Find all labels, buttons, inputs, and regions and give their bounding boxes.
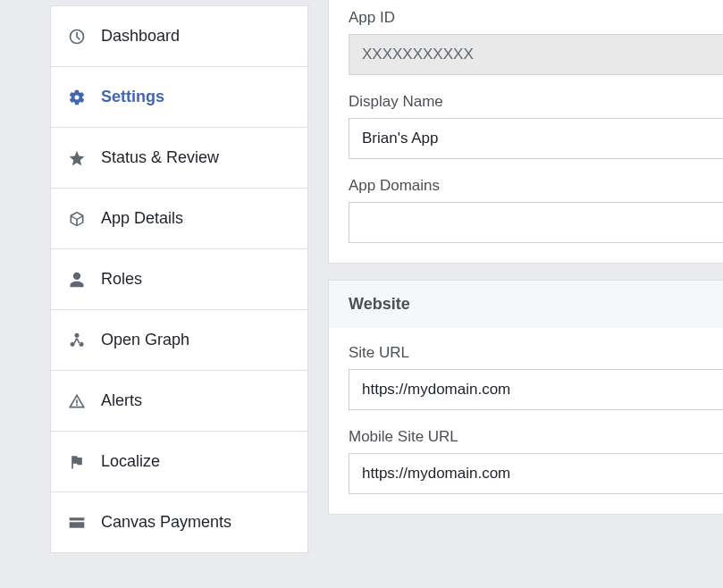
site-url-label: Site URL [349, 344, 723, 362]
sidebar-item-app-details[interactable]: App Details [51, 188, 307, 248]
sidebar-item-alerts[interactable]: Alerts [51, 370, 307, 431]
basic-settings-panel: App ID Display Name App Domains [328, 0, 723, 264]
star-icon [67, 148, 87, 168]
sidebar-item-label: Status & Review [101, 148, 219, 167]
display-name-label: Display Name [349, 93, 723, 111]
sidebar-item-localize[interactable]: Localize [51, 431, 307, 491]
cube-icon [67, 209, 87, 229]
app-domains-field[interactable] [349, 202, 723, 243]
form-group-app-domains: App Domains [349, 177, 723, 243]
sidebar-item-label: Localize [101, 452, 160, 471]
flag-icon [67, 452, 87, 472]
credit-card-icon [67, 513, 87, 533]
mobile-site-url-label: Mobile Site URL [349, 428, 723, 446]
person-icon [67, 270, 87, 290]
form-group-mobile-site-url: Mobile Site URL [349, 428, 723, 494]
website-panel: Site URL Mobile Site URL [328, 328, 723, 515]
sidebar-item-roles[interactable]: Roles [51, 248, 307, 309]
sidebar-item-canvas-payments[interactable]: Canvas Payments [51, 491, 307, 552]
mobile-site-url-field[interactable] [349, 453, 723, 494]
sidebar-item-label: Dashboard [101, 27, 180, 46]
alert-icon [67, 391, 87, 411]
graph-icon [67, 331, 87, 350]
sidebar-item-label: Roles [101, 270, 142, 289]
gear-icon [67, 88, 87, 107]
sidebar-item-label: Alerts [101, 391, 142, 410]
sidebar-item-label: Open Graph [101, 331, 189, 349]
display-name-field[interactable] [349, 118, 723, 159]
form-group-display-name: Display Name [349, 93, 723, 159]
sidebar-item-dashboard[interactable]: Dashboard [51, 5, 307, 66]
dashboard-icon [67, 27, 87, 46]
sidebar-item-label: Settings [101, 88, 164, 106]
website-panel-header: Website [328, 280, 723, 328]
sidebar-item-status-review[interactable]: Status & Review [51, 127, 307, 188]
sidebar: Dashboard Settings Status & Review App D… [0, 0, 308, 588]
site-url-field[interactable] [349, 369, 723, 410]
main-content: App ID Display Name App Domains Website … [308, 0, 723, 588]
app-domains-label: App Domains [349, 177, 723, 195]
form-group-app-id: App ID [349, 9, 723, 75]
app-id-label: App ID [349, 9, 723, 27]
sidebar-item-settings[interactable]: Settings [51, 66, 307, 127]
app-id-field[interactable] [349, 34, 723, 75]
form-group-site-url: Site URL [349, 344, 723, 410]
sidebar-item-open-graph[interactable]: Open Graph [51, 309, 307, 370]
sidebar-item-label: App Details [101, 209, 183, 228]
sidebar-item-label: Canvas Payments [101, 513, 231, 532]
